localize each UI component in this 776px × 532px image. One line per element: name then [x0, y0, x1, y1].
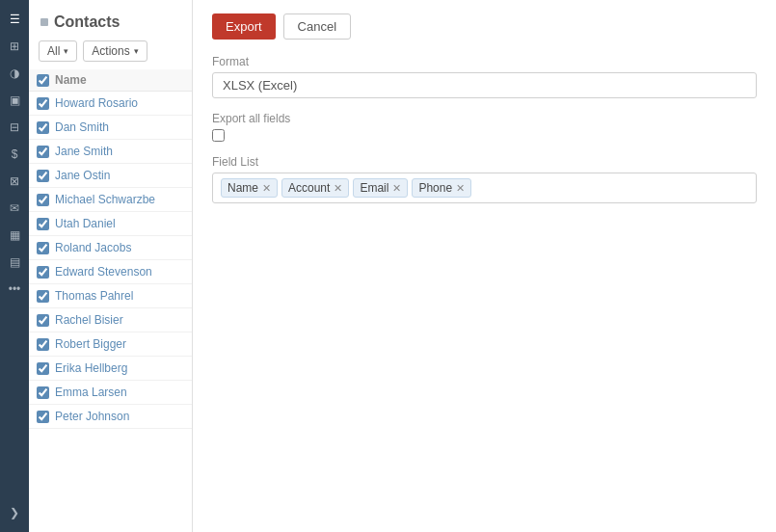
- field-tag-name: Phone: [418, 181, 452, 195]
- export-all-label: Export all fields: [212, 112, 757, 125]
- nav-menu-icon[interactable]: ☰: [5, 10, 24, 29]
- nav-bar: ☰ ⊞ ◑ ▣ ⊟ $ ⊠ ✉ ▦ ▤ ••• ❯: [0, 0, 29, 532]
- nav-mail-icon[interactable]: ✉: [5, 199, 24, 218]
- actions-label: Actions: [92, 44, 129, 58]
- cancel-button[interactable]: Cancel: [283, 13, 351, 40]
- field-tag-remove[interactable]: ✕: [456, 183, 465, 194]
- nav-briefcase-icon[interactable]: ⊠: [5, 172, 24, 191]
- contact-item[interactable]: Robert Bigger: [29, 332, 192, 357]
- field-tag: Name ✕: [221, 178, 278, 198]
- field-tag-name: Name: [227, 181, 258, 195]
- nav-more-icon[interactable]: •••: [5, 279, 24, 299]
- contact-name: Roland Jacobs: [55, 241, 131, 254]
- contact-item[interactable]: Dan Smith: [29, 116, 192, 140]
- contact-checkbox[interactable]: [37, 194, 49, 206]
- field-tag-remove[interactable]: ✕: [262, 183, 271, 194]
- nav-chevron-icon[interactable]: ❯: [5, 503, 24, 522]
- format-group: Format XLSX (Excel): [212, 55, 757, 98]
- nav-grid-icon[interactable]: ⊞: [5, 37, 24, 56]
- contact-checkbox[interactable]: [37, 266, 49, 279]
- sidebar-title-text: Contacts: [54, 13, 120, 31]
- field-tag-remove[interactable]: ✕: [334, 183, 342, 194]
- field-tag: Account ✕: [281, 178, 349, 198]
- format-value[interactable]: XLSX (Excel): [212, 72, 757, 98]
- contact-checkbox[interactable]: [37, 97, 49, 110]
- contact-item[interactable]: Edward Stevenson: [29, 260, 192, 284]
- contact-list: Name Howard Rosario Dan Smith Jane Smith…: [29, 69, 192, 532]
- field-tag: Phone ✕: [412, 178, 471, 198]
- contact-item[interactable]: Jane Smith: [29, 140, 192, 164]
- field-tag-name: Email: [360, 181, 388, 195]
- nav-list-icon[interactable]: ⊟: [5, 118, 24, 137]
- nav-circle-icon[interactable]: ◑: [5, 64, 24, 83]
- contact-item[interactable]: Michael Schwarzbe: [29, 188, 192, 212]
- export-all-group: Export all fields: [212, 112, 757, 142]
- contact-checkbox[interactable]: [37, 146, 49, 158]
- contact-name: Emma Larsen: [55, 386, 127, 399]
- field-tag: Email ✕: [353, 178, 408, 198]
- nav-calendar-icon[interactable]: ▦: [5, 226, 24, 245]
- contact-list-items: Howard Rosario Dan Smith Jane Smith Jane…: [29, 92, 192, 429]
- contact-item[interactable]: Thomas Pahrel: [29, 284, 192, 308]
- contact-checkbox[interactable]: [37, 411, 49, 423]
- contact-name: Rachel Bisier: [55, 313, 123, 327]
- contact-name: Utah Daniel: [55, 217, 116, 230]
- contact-name: Thomas Pahrel: [55, 289, 133, 303]
- name-column-header: Name: [55, 73, 87, 87]
- contact-checkbox[interactable]: [37, 338, 49, 351]
- export-all-checkbox[interactable]: [212, 129, 225, 142]
- contact-checkbox[interactable]: [37, 170, 49, 182]
- nav-box-icon[interactable]: ▣: [5, 91, 24, 110]
- contact-checkbox[interactable]: [37, 242, 49, 254]
- filter-label: All: [47, 44, 60, 58]
- field-list-label: Field List: [212, 155, 757, 169]
- contact-item[interactable]: Roland Jacobs: [29, 236, 192, 260]
- contact-checkbox[interactable]: [37, 362, 49, 375]
- contact-checkbox[interactable]: [37, 290, 49, 303]
- actions-arrow-icon: ▾: [134, 46, 139, 56]
- sidebar-title: Contacts: [29, 0, 192, 40]
- contact-name: Peter Johnson: [55, 410, 129, 423]
- contact-item[interactable]: Utah Daniel: [29, 212, 192, 236]
- field-list-group: Field List Name ✕ Account ✕ Email ✕ Phon…: [212, 155, 757, 203]
- contact-item[interactable]: Peter Johnson: [29, 405, 192, 429]
- toolbar: Export Cancel: [212, 13, 757, 40]
- field-tag-name: Account: [288, 181, 330, 195]
- contact-item[interactable]: Rachel Bisier: [29, 308, 192, 332]
- contact-checkbox[interactable]: [37, 218, 49, 230]
- sidebar-title-dot: [40, 18, 48, 26]
- contact-item[interactable]: Jane Ostin: [29, 164, 192, 188]
- sidebar: Contacts All ▾ Actions ▾ Name Howard Ros…: [29, 0, 193, 532]
- nav-dollar-icon[interactable]: $: [5, 145, 24, 164]
- contact-item[interactable]: Howard Rosario: [29, 92, 192, 116]
- filter-arrow-icon: ▾: [64, 46, 68, 56]
- contact-checkbox[interactable]: [37, 314, 49, 327]
- field-list-container[interactable]: Name ✕ Account ✕ Email ✕ Phone ✕: [212, 173, 757, 203]
- contact-name: Erika Hellberg: [55, 361, 127, 375]
- field-tag-remove[interactable]: ✕: [392, 183, 401, 194]
- contact-name: Jane Smith: [55, 145, 113, 158]
- contact-item[interactable]: Erika Hellberg: [29, 357, 192, 381]
- contact-checkbox[interactable]: [37, 386, 49, 399]
- contact-name: Edward Stevenson: [55, 265, 152, 279]
- contact-name: Robert Bigger: [55, 337, 126, 351]
- contact-item[interactable]: Emma Larsen: [29, 381, 192, 405]
- contact-name: Jane Ostin: [55, 169, 110, 182]
- sidebar-controls: All ▾ Actions ▾: [29, 40, 192, 69]
- nav-chart-icon[interactable]: ▤: [5, 253, 24, 272]
- export-button[interactable]: Export: [212, 13, 276, 40]
- main-content: Export Cancel Format XLSX (Excel) Export…: [193, 0, 776, 532]
- select-all-checkbox[interactable]: [37, 74, 49, 87]
- contact-name: Dan Smith: [55, 120, 109, 134]
- contact-name: Michael Schwarzbe: [55, 193, 155, 206]
- format-label: Format: [212, 55, 757, 68]
- contact-name: Howard Rosario: [55, 96, 138, 110]
- contact-checkbox[interactable]: [37, 121, 49, 134]
- actions-dropdown[interactable]: Actions ▾: [83, 40, 147, 62]
- contact-list-header: Name: [29, 69, 192, 92]
- export-all-checkbox-row: [212, 129, 757, 142]
- filter-dropdown[interactable]: All ▾: [39, 40, 77, 62]
